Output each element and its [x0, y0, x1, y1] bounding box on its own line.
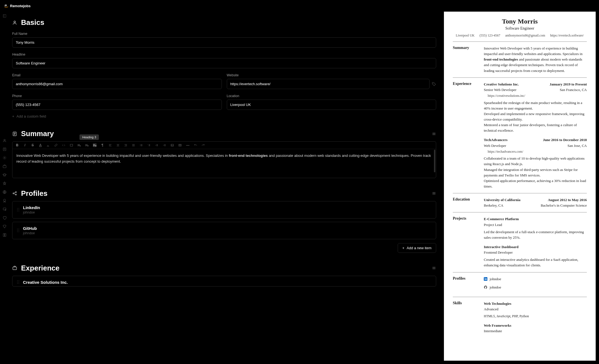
svg-point-14: [140, 146, 141, 146]
preview-profiles: johndoe johndoe: [484, 276, 587, 293]
drag-handle-icon[interactable]: [17, 280, 20, 284]
input-location[interactable]: [227, 100, 436, 110]
nav-summary-icon[interactable]: [2, 147, 7, 151]
preview-name: Tony Morris: [453, 18, 587, 25]
svg-point-9: [433, 83, 433, 84]
strike-icon[interactable]: S: [31, 143, 35, 147]
italic-icon[interactable]: I: [23, 143, 27, 147]
section-menu-profiles-icon[interactable]: [432, 191, 436, 196]
brand[interactable]: Remotejobs: [4, 4, 30, 8]
nav-certs-icon[interactable]: [2, 207, 7, 211]
table-icon[interactable]: [178, 143, 182, 147]
svg-point-38: [19, 280, 19, 281]
brand-logo-icon: [4, 4, 8, 8]
profile-item-linkedin[interactable]: LinkedIn johndoe: [12, 201, 436, 219]
input-email[interactable]: [12, 79, 222, 89]
tooltip-heading3: Heading 3: [79, 134, 99, 140]
share-icon: [12, 191, 17, 196]
experience-item[interactable]: Creative Solutions Inc.: [12, 276, 436, 287]
nav-education-icon[interactable]: [2, 173, 7, 177]
svg-point-27: [19, 211, 19, 211]
add-custom-field-label: Add a custom field: [17, 114, 46, 118]
ordered-list-icon[interactable]: 1: [147, 143, 151, 147]
svg-point-31: [19, 229, 19, 229]
svg-point-8: [14, 21, 16, 23]
code-icon[interactable]: [62, 143, 66, 147]
svg-text:1: 1: [148, 144, 148, 145]
label-phone: Phone: [12, 94, 222, 98]
bold-icon[interactable]: B: [15, 143, 19, 147]
preview-contact: Liverpool UK (555) 123-4567 anthonymorri…: [453, 33, 587, 38]
drag-handle-icon[interactable]: [17, 228, 20, 233]
preview-summary: Innovative Web Developer with 5 years of…: [484, 46, 587, 74]
summary-text-bold: front-end technologies: [229, 154, 268, 158]
nav-experience-icon[interactable]: [2, 164, 7, 168]
preview-projects: E-Commerce Platform Project Lead Led the…: [484, 216, 587, 268]
codeblock-icon[interactable]: [70, 143, 73, 147]
plus-icon: +: [402, 246, 405, 250]
input-full-name[interactable]: [12, 37, 436, 48]
nav-collapse-icon[interactable]: [2, 14, 7, 18]
redo-icon[interactable]: [201, 143, 205, 147]
input-phone[interactable]: [12, 100, 222, 110]
document-icon: [12, 131, 17, 136]
h1-icon[interactable]: H₁: [77, 143, 81, 147]
nav-skills-icon[interactable]: [2, 181, 7, 186]
align-center-icon[interactable]: [116, 143, 120, 147]
link-icon[interactable]: [54, 143, 58, 147]
profile-network: GitHub: [23, 226, 431, 231]
h2-icon[interactable]: H₂: [85, 143, 89, 147]
add-custom-field-button[interactable]: + Add a custom field: [12, 114, 436, 118]
nav-languages-icon[interactable]: [2, 190, 7, 194]
image-icon[interactable]: [170, 143, 174, 147]
tag-icon[interactable]: [432, 82, 436, 86]
label-location: Location: [227, 94, 436, 98]
profile-item-github[interactable]: GitHub johndoe: [12, 222, 436, 239]
section-menu-summary-icon[interactable]: [432, 132, 436, 136]
indent-icon[interactable]: [163, 143, 166, 147]
input-website[interactable]: [227, 79, 430, 89]
align-left-icon[interactable]: [108, 143, 112, 147]
nav-profiles-icon[interactable]: [2, 156, 7, 160]
plus-icon: +: [12, 114, 14, 118]
underline-icon[interactable]: A: [38, 143, 42, 147]
highlight-icon[interactable]: [46, 143, 50, 147]
summary-text-pre: Innovative Web Developer with 5 years of…: [16, 154, 229, 158]
paragraph-icon[interactable]: ¶: [101, 143, 104, 147]
drag-handle-icon[interactable]: [17, 207, 20, 212]
user-icon: [12, 20, 17, 25]
svg-point-37: [17, 283, 18, 284]
align-right-icon[interactable]: [124, 143, 128, 147]
svg-point-12: [140, 144, 141, 145]
undo-icon[interactable]: [194, 143, 197, 147]
add-profile-button[interactable]: + Add a new item: [398, 243, 436, 253]
nav-awards-icon[interactable]: [2, 199, 7, 203]
nav-interests-icon[interactable]: [2, 216, 7, 220]
nav-basics-icon[interactable]: [2, 139, 7, 143]
preview-label-experience: Experience: [453, 82, 478, 189]
nav-projects-icon[interactable]: [2, 224, 7, 228]
preview-panel: Tony Morris Software Engineer Liverpool …: [444, 12, 599, 364]
editor-panel: Basics Full Name Headline Email Website: [9, 12, 444, 364]
preview-phone: (555) 123-4567: [480, 33, 500, 38]
experience-company: Creative Solutions Inc.: [23, 280, 431, 285]
section-menu-experience-icon[interactable]: [432, 266, 436, 270]
profile-network: LinkedIn: [23, 205, 431, 210]
outdent-icon[interactable]: [155, 143, 159, 147]
hr-icon[interactable]: —: [186, 143, 190, 147]
nav-publications-icon[interactable]: [2, 233, 7, 237]
topbar: Remotejobs: [0, 0, 599, 12]
bullet-list-icon[interactable]: [139, 143, 143, 147]
svg-point-28: [17, 229, 18, 229]
align-justify-icon[interactable]: [132, 143, 135, 147]
preview-headline: Software Engineer: [453, 26, 587, 31]
summary-textarea[interactable]: Innovative Web Developer with 5 years of…: [12, 149, 436, 178]
section-title-profiles: Profiles: [21, 189, 428, 198]
svg-point-23: [17, 209, 18, 210]
summary-scrollbar[interactable]: [434, 150, 435, 172]
input-headline[interactable]: [12, 58, 436, 68]
svg-point-26: [19, 209, 19, 210]
preview-label-summary: Summary: [453, 46, 478, 74]
section-header-summary: Summary: [12, 129, 436, 138]
h3-icon[interactable]: H₃: [93, 143, 97, 147]
